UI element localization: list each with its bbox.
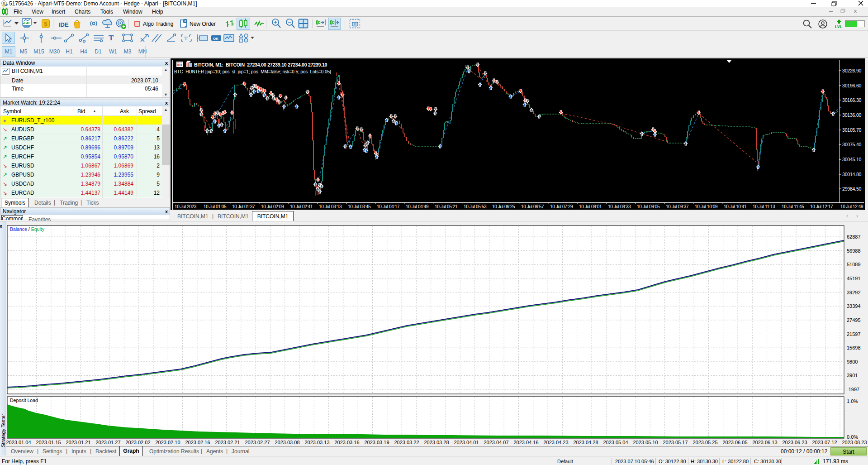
svg-text:2023.04.16: 2023.04.16 bbox=[513, 440, 538, 445]
svg-text:56988: 56988 bbox=[847, 248, 861, 254]
svg-text:30045.10: 30045.10 bbox=[842, 157, 862, 162]
svg-text:2023.02.27: 2023.02.27 bbox=[245, 440, 270, 445]
svg-text:2023.01.21: 2023.01.21 bbox=[66, 440, 90, 445]
svg-text:10 Jul 12:17: 10 Jul 12:17 bbox=[810, 204, 833, 209]
svg-text:2023.05.25: 2023.05.25 bbox=[693, 440, 717, 445]
svg-text:30166.30: 30166.30 bbox=[842, 97, 862, 103]
svg-text:10 Jul 03:45: 10 Jul 03:45 bbox=[348, 204, 371, 209]
svg-text:2023.05.17: 2023.05.17 bbox=[663, 440, 688, 445]
svg-text:21597: 21597 bbox=[847, 331, 861, 337]
svg-text:51089: 51089 bbox=[847, 262, 861, 267]
svg-text:BTC_HUNTER [pip=10; pos_sl_pip: BTC_HUNTER [pip=10; pos_sl_pip=1; pos_MM… bbox=[174, 69, 331, 74]
svg-text:10 Jul 06:57: 10 Jul 06:57 bbox=[521, 204, 544, 209]
svg-text:10 Jul 11:13: 10 Jul 11:13 bbox=[753, 204, 775, 209]
svg-text:1.0%: 1.0% bbox=[847, 398, 858, 404]
svg-text:10 Jul 2023: 10 Jul 2023 bbox=[175, 204, 197, 209]
svg-text:10 Jul 10:41: 10 Jul 10:41 bbox=[724, 204, 747, 209]
svg-text:30075.40: 30075.40 bbox=[842, 142, 862, 147]
svg-text:30226.90: 30226.90 bbox=[842, 68, 862, 73]
svg-text:2023.06.13: 2023.06.13 bbox=[752, 440, 777, 445]
svg-text:10 Jul 05:53: 10 Jul 05:53 bbox=[464, 204, 487, 209]
svg-text:Deposit Load: Deposit Load bbox=[10, 398, 38, 403]
svg-text:2023.04.07: 2023.04.07 bbox=[484, 440, 508, 445]
svg-text:2023.06.23: 2023.06.23 bbox=[782, 440, 807, 445]
svg-text:29984.50: 29984.50 bbox=[842, 186, 862, 192]
svg-text:10 Jul 02:41: 10 Jul 02:41 bbox=[290, 204, 313, 209]
svg-text:2023.07.12: 2023.07.12 bbox=[812, 440, 837, 445]
svg-text:10 Jul 03:13: 10 Jul 03:13 bbox=[319, 204, 342, 209]
svg-text:2023.03.16: 2023.03.16 bbox=[334, 440, 359, 445]
svg-text:30105.70: 30105.70 bbox=[842, 127, 862, 133]
svg-text:10 Jul 08:33: 10 Jul 08:33 bbox=[608, 204, 631, 209]
svg-text:30196.60: 30196.60 bbox=[842, 83, 862, 88]
svg-text:2023.02.16: 2023.02.16 bbox=[185, 440, 210, 445]
svg-text:2023.03.19: 2023.03.19 bbox=[364, 440, 389, 445]
svg-text:10 Jul 04:49: 10 Jul 04:49 bbox=[406, 204, 429, 209]
svg-text:2023.03.28: 2023.03.28 bbox=[424, 440, 449, 445]
svg-text:10 Jul 01:37: 10 Jul 01:37 bbox=[232, 204, 255, 209]
svg-text:30136.00: 30136.00 bbox=[842, 112, 862, 118]
svg-text:10 Jul 12:49: 10 Jul 12:49 bbox=[840, 204, 863, 209]
svg-text:2023.05.04: 2023.05.04 bbox=[603, 440, 628, 445]
svg-text:15698: 15698 bbox=[847, 345, 861, 350]
svg-text:39292: 39292 bbox=[847, 290, 861, 295]
svg-text:2023.01.15: 2023.01.15 bbox=[36, 440, 61, 445]
svg-text:2023.04.01: 2023.04.01 bbox=[454, 440, 479, 445]
svg-text:-1997: -1997 bbox=[847, 387, 859, 392]
svg-text:2023.03.22: 2023.03.22 bbox=[394, 440, 419, 445]
svg-text:2023.04.28: 2023.04.28 bbox=[573, 440, 598, 445]
svg-text:33394: 33394 bbox=[847, 303, 861, 309]
svg-text:2023.03.08: 2023.03.08 bbox=[275, 440, 299, 445]
svg-text:10 Jul 07:29: 10 Jul 07:29 bbox=[550, 204, 573, 209]
svg-text:2023.01.27: 2023.01.27 bbox=[95, 440, 120, 445]
svg-text:45191: 45191 bbox=[847, 276, 861, 281]
svg-text:3901: 3901 bbox=[847, 373, 858, 378]
svg-text:2023.08.23: 2023.08.23 bbox=[842, 440, 867, 445]
svg-text:2023.02.02: 2023.02.02 bbox=[125, 440, 150, 445]
svg-text:2023.04.23: 2023.04.23 bbox=[543, 440, 568, 445]
svg-text:10 Jul 06:25: 10 Jul 06:25 bbox=[492, 204, 515, 209]
svg-text:2023.02.21: 2023.02.21 bbox=[215, 440, 240, 445]
svg-text:10 Jul 09:37: 10 Jul 09:37 bbox=[666, 204, 689, 209]
svg-text:10 Jul 08:01: 10 Jul 08:01 bbox=[579, 204, 602, 209]
svg-text:62887: 62887 bbox=[847, 234, 861, 240]
svg-text:10 Jul 10:09: 10 Jul 10:09 bbox=[695, 204, 718, 209]
svg-text:Balance / Equity: Balance / Equity bbox=[10, 226, 45, 232]
svg-text:2023.06.05: 2023.06.05 bbox=[722, 440, 747, 445]
svg-text:10 Jul 02:09: 10 Jul 02:09 bbox=[261, 204, 284, 209]
svg-text:10 Jul 11:45: 10 Jul 11:45 bbox=[782, 204, 804, 209]
svg-text:2023.01.04: 2023.01.04 bbox=[6, 440, 31, 445]
svg-text:10 Jul 09:05: 10 Jul 09:05 bbox=[637, 204, 660, 209]
svg-text:BITCOIN, M1: BITCOIN 27234.0: BITCOIN, M1: BITCOIN 27234.00 27239.10 2… bbox=[194, 62, 327, 67]
svg-text:2023.03.13: 2023.03.13 bbox=[304, 440, 329, 445]
svg-text:10 Jul 04:17: 10 Jul 04:17 bbox=[377, 204, 400, 209]
svg-text:2023.02.10: 2023.02.10 bbox=[155, 440, 180, 445]
svg-text:9800: 9800 bbox=[847, 359, 858, 364]
svg-text:2023.05.10: 2023.05.10 bbox=[633, 440, 658, 445]
svg-text:0.0%: 0.0% bbox=[847, 434, 858, 440]
svg-text:30014.80: 30014.80 bbox=[842, 172, 862, 177]
svg-text:10 Jul 05:21: 10 Jul 05:21 bbox=[435, 204, 458, 209]
svg-text:27495: 27495 bbox=[847, 317, 861, 323]
svg-text:10 Jul 01:05: 10 Jul 01:05 bbox=[204, 204, 227, 209]
